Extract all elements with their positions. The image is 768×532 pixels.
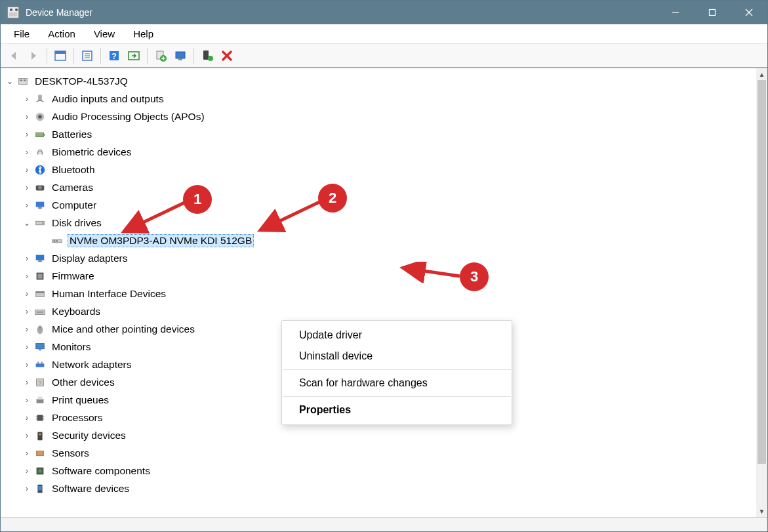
tree-category-label: Security devices bbox=[51, 430, 127, 441]
expand-icon[interactable]: › bbox=[20, 254, 33, 263]
tree-category-batteries[interactable]: ›Batteries bbox=[3, 125, 754, 143]
tree-category-apo[interactable]: ›Audio Processing Objects (APOs) bbox=[3, 108, 754, 125]
tree-device-nvme[interactable]: NVMe OM3PDP3-AD NVMe KDI 512GB bbox=[3, 232, 754, 249]
tree-category-label: Cameras bbox=[51, 182, 94, 194]
action-button[interactable] bbox=[125, 47, 143, 65]
tree-category-disk[interactable]: ⌄Disk drives bbox=[3, 214, 754, 232]
tree-category-label: Human Interface Devices bbox=[51, 288, 167, 300]
expand-icon[interactable]: › bbox=[20, 148, 33, 157]
svg-point-18 bbox=[208, 56, 213, 61]
tree-category-label: Display adapters bbox=[51, 253, 129, 264]
expand-icon[interactable]: › bbox=[20, 360, 33, 369]
menu-action[interactable]: Action bbox=[39, 26, 85, 42]
help-button[interactable]: ? bbox=[105, 47, 123, 65]
tree-category-sensors[interactable]: ›Sensors bbox=[3, 444, 754, 462]
toolbar-separator bbox=[193, 48, 194, 64]
svg-rect-40 bbox=[37, 274, 42, 278]
minimize-button[interactable] bbox=[657, 1, 694, 24]
device-tree[interactable]: ⌄DESKTOP-4L537JQ›Audio inputs and output… bbox=[1, 68, 756, 517]
svg-point-33 bbox=[42, 222, 43, 223]
expand-icon[interactable]: › bbox=[20, 165, 33, 174]
maximize-button[interactable] bbox=[694, 1, 731, 24]
tree-category-keyboards[interactable]: ›Keyboards bbox=[3, 302, 754, 320]
expand-icon[interactable]: › bbox=[20, 289, 33, 298]
scroll-up-icon[interactable]: ▲ bbox=[756, 68, 767, 80]
expand-icon[interactable]: › bbox=[20, 466, 33, 476]
vertical-scrollbar[interactable]: ▲ ▼ bbox=[756, 68, 767, 517]
svg-rect-21 bbox=[24, 79, 26, 81]
swdev-icon bbox=[33, 482, 47, 495]
svg-text:?: ? bbox=[38, 379, 41, 386]
expand-icon[interactable]: › bbox=[20, 183, 33, 192]
menu-file[interactable]: File bbox=[5, 26, 39, 42]
scan-hardware-button[interactable] bbox=[171, 47, 190, 65]
expand-icon[interactable]: › bbox=[20, 94, 33, 104]
svg-rect-43 bbox=[35, 310, 45, 314]
enable-device-button[interactable] bbox=[198, 47, 216, 65]
computer-icon bbox=[33, 199, 47, 212]
tree-root[interactable]: ⌄DESKTOP-4L537JQ bbox=[3, 72, 754, 90]
ctx-uninstall-device[interactable]: Uninstall device bbox=[282, 346, 512, 367]
tree-category-label: Disk drives bbox=[51, 217, 103, 229]
forward-button[interactable] bbox=[24, 47, 43, 65]
scroll-down-icon[interactable]: ▼ bbox=[756, 505, 767, 517]
svg-rect-38 bbox=[38, 260, 41, 262]
tree-category-cameras[interactable]: ›Cameras bbox=[3, 178, 754, 196]
disk-icon bbox=[33, 216, 47, 230]
svg-rect-25 bbox=[36, 133, 44, 136]
expand-icon[interactable]: › bbox=[20, 112, 33, 121]
tree-category-biometric[interactable]: ›Biometric devices bbox=[3, 143, 754, 161]
expand-icon[interactable]: › bbox=[20, 396, 33, 405]
expand-icon[interactable]: › bbox=[20, 307, 33, 316]
svg-rect-20 bbox=[20, 79, 23, 81]
annotation-arrow-2 bbox=[255, 196, 327, 235]
ctx-scan-hardware[interactable]: Scan for hardware changes bbox=[282, 373, 512, 394]
ctx-properties[interactable]: Properties bbox=[282, 399, 512, 420]
tree-category-label: Keyboards bbox=[51, 306, 102, 317]
title-bar: Device Manager bbox=[1, 1, 767, 24]
close-button[interactable] bbox=[731, 1, 767, 24]
tree-category-label: Processors bbox=[51, 412, 104, 424]
show-hide-console-button[interactable] bbox=[51, 47, 70, 65]
expand-icon[interactable]: › bbox=[20, 449, 33, 458]
tree-category-security[interactable]: ›Security devices bbox=[3, 426, 754, 444]
tree-category-audio[interactable]: ›Audio inputs and outputs bbox=[3, 90, 754, 108]
expand-icon[interactable]: › bbox=[20, 130, 33, 139]
scrollbar-thumb[interactable] bbox=[758, 80, 766, 464]
svg-rect-37 bbox=[36, 255, 45, 260]
uninstall-device-button[interactable] bbox=[218, 47, 236, 65]
tree-category-firmware[interactable]: ›Firmware bbox=[3, 267, 754, 285]
ctx-update-driver[interactable]: Update driver bbox=[282, 325, 512, 346]
expand-icon[interactable]: › bbox=[20, 484, 33, 493]
expand-icon[interactable]: › bbox=[20, 325, 33, 334]
annotation-arrow-1 bbox=[119, 197, 191, 237]
window-controls bbox=[657, 1, 767, 24]
other-icon: ? bbox=[33, 376, 47, 389]
svg-rect-26 bbox=[43, 134, 45, 136]
expand-icon[interactable]: › bbox=[20, 431, 33, 440]
expand-icon[interactable]: ⌄ bbox=[20, 218, 33, 228]
expand-icon[interactable]: › bbox=[20, 378, 33, 387]
expand-icon[interactable]: › bbox=[20, 201, 33, 210]
tree-category-computer[interactable]: ›Computer bbox=[3, 196, 754, 214]
tree-category-swcomp[interactable]: ›Software components bbox=[3, 462, 754, 480]
update-driver-button[interactable] bbox=[152, 47, 170, 65]
tree-category-bluetooth[interactable]: ›Bluetooth bbox=[3, 161, 754, 178]
svg-rect-68 bbox=[38, 485, 41, 490]
expand-icon[interactable]: › bbox=[20, 413, 33, 422]
properties-button[interactable] bbox=[78, 47, 96, 65]
back-button[interactable] bbox=[5, 47, 23, 65]
expand-icon[interactable]: › bbox=[20, 342, 33, 352]
collapse-icon[interactable]: ⌄ bbox=[3, 77, 16, 86]
biometric-icon bbox=[33, 146, 47, 159]
tree-category-label: Biometric devices bbox=[51, 146, 132, 158]
expand-icon[interactable]: › bbox=[20, 272, 33, 281]
tree-category-swdev[interactable]: ›Software devices bbox=[3, 480, 754, 497]
toolbar-separator bbox=[47, 48, 47, 64]
menu-view[interactable]: View bbox=[85, 26, 124, 42]
tree-category-hid[interactable]: ›Human Interface Devices bbox=[3, 285, 754, 302]
menu-help[interactable]: Help bbox=[124, 26, 163, 42]
svg-rect-51 bbox=[37, 361, 39, 363]
swcomp-icon bbox=[33, 464, 47, 478]
tree-category-display[interactable]: ›Display adapters bbox=[3, 249, 754, 267]
